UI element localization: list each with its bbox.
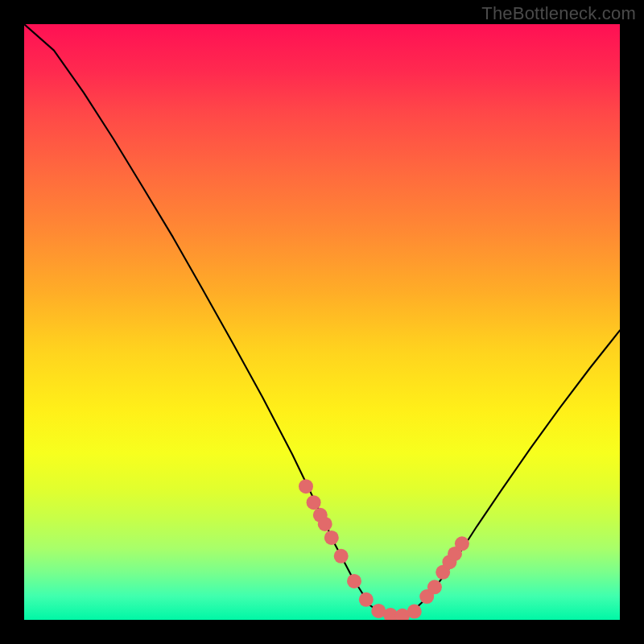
curve-marker: [299, 479, 313, 493]
curve-marker: [359, 592, 374, 607]
curve-marker: [407, 605, 422, 619]
plot-area: [24, 24, 620, 620]
curve-marker: [334, 549, 349, 564]
curve-marker: [427, 580, 442, 594]
chart-frame: TheBottleneck.com: [0, 0, 644, 644]
curve-marker: [455, 536, 469, 551]
curve-marker: [318, 517, 332, 531]
curve-marker: [307, 495, 321, 510]
watermark-text: TheBottleneck.com: [481, 3, 636, 24]
curve-layer: [24, 24, 620, 620]
curve-marker: [324, 530, 339, 545]
curve-marker: [347, 574, 361, 588]
marker-group: [299, 479, 469, 620]
